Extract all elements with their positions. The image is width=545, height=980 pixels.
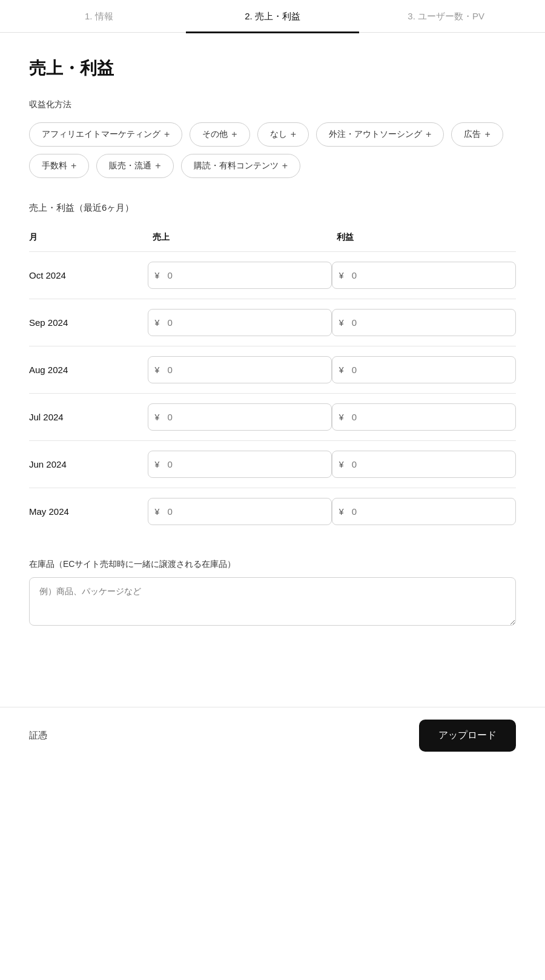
plus-icon: +	[282, 161, 288, 171]
col-header-month: 月	[29, 226, 148, 252]
tag-outsource[interactable]: 外注・アウトソーシング +	[316, 122, 444, 147]
table-row: May 2024 ¥ ¥	[29, 488, 516, 535]
sales-input-wrapper: ¥	[148, 309, 332, 336]
sales-input-jul[interactable]	[148, 403, 332, 431]
sales-input-may[interactable]	[148, 498, 332, 525]
table-row: Jun 2024 ¥ ¥	[29, 441, 516, 488]
profit-input-oct[interactable]	[332, 262, 516, 289]
profit-input-may[interactable]	[332, 498, 516, 525]
tab-sales[interactable]: 2. 売上・利益	[186, 0, 360, 32]
profit-input-wrapper: ¥	[332, 451, 516, 478]
plus-icon: +	[426, 129, 431, 140]
plus-icon: +	[231, 129, 237, 140]
plus-icon: +	[484, 129, 490, 140]
sales-input-wrapper: ¥	[148, 451, 332, 478]
month-cell: Aug 2024	[29, 346, 148, 394]
profit-input-sep[interactable]	[332, 309, 516, 336]
profit-input-wrapper: ¥	[332, 356, 516, 383]
tab-info[interactable]: 1. 情報	[12, 0, 186, 32]
profit-input-aug[interactable]	[332, 356, 516, 383]
plus-icon: +	[164, 129, 170, 140]
table-row: Jul 2024 ¥ ¥	[29, 394, 516, 441]
sales-input-jun[interactable]	[148, 451, 332, 478]
month-cell: Jun 2024	[29, 441, 148, 488]
footer-bar: 証憑 アップロード	[0, 707, 545, 764]
profit-input-wrapper: ¥	[332, 498, 516, 525]
profit-input-wrapper: ¥	[332, 262, 516, 289]
tag-subscription[interactable]: 購読・有料コンテンツ +	[181, 154, 300, 178]
month-cell: May 2024	[29, 488, 148, 535]
table-row: Aug 2024 ¥ ¥	[29, 346, 516, 394]
tab-users[interactable]: 3. ユーザー数・PV	[359, 0, 533, 32]
profit-input-wrapper: ¥	[332, 403, 516, 431]
revenue-section-title: 売上・利益（最近6ヶ月）	[29, 202, 516, 214]
tag-other[interactable]: その他 +	[190, 122, 249, 147]
table-row: Oct 2024 ¥ ¥	[29, 252, 516, 299]
table-row: Sep 2024 ¥ ¥	[29, 299, 516, 346]
inventory-textarea[interactable]	[29, 577, 516, 626]
plus-icon: +	[155, 161, 160, 171]
col-header-profit: 利益	[332, 226, 516, 252]
sales-input-sep[interactable]	[148, 309, 332, 336]
sales-input-wrapper: ¥	[148, 498, 332, 525]
profit-input-wrapper: ¥	[332, 309, 516, 336]
plus-icon: +	[71, 161, 76, 171]
inventory-label: 在庫品（ECサイト売却時に一緒に譲渡される在庫品）	[29, 559, 516, 570]
profit-input-jul[interactable]	[332, 403, 516, 431]
sales-input-wrapper: ¥	[148, 356, 332, 383]
inventory-section: 在庫品（ECサイト売却時に一緒に譲渡される在庫品）	[29, 559, 516, 628]
page-title: 売上・利益	[29, 57, 516, 80]
tags-container: アフィリエイトマーケティング + その他 + なし + 外注・アウトソーシング …	[29, 122, 516, 178]
sales-input-wrapper: ¥	[148, 403, 332, 431]
footer-label: 証憑	[29, 730, 47, 741]
sales-input-wrapper: ¥	[148, 262, 332, 289]
tag-affiliate[interactable]: アフィリエイトマーケティング +	[29, 122, 182, 147]
tag-sales[interactable]: 販売・流通 +	[96, 154, 173, 178]
revenue-section: 売上・利益（最近6ヶ月） 月 売上 利益 Oct 2024 ¥	[29, 202, 516, 535]
upload-button[interactable]: アップロード	[419, 720, 516, 752]
month-cell: Sep 2024	[29, 299, 148, 346]
month-cell: Oct 2024	[29, 252, 148, 299]
main-content: 売上・利益 収益化方法 アフィリエイトマーケティング + その他 + なし + …	[0, 33, 545, 695]
monetization-label: 収益化方法	[29, 99, 516, 110]
col-header-sales: 売上	[148, 226, 332, 252]
plus-icon: +	[291, 129, 296, 140]
month-cell: Jul 2024	[29, 394, 148, 441]
sales-input-oct[interactable]	[148, 262, 332, 289]
tag-fee[interactable]: 手数料 +	[29, 154, 89, 178]
sales-input-aug[interactable]	[148, 356, 332, 383]
tag-none[interactable]: なし +	[257, 122, 309, 147]
tab-navigation: 1. 情報 2. 売上・利益 3. ユーザー数・PV	[0, 0, 545, 33]
revenue-table: 月 売上 利益 Oct 2024 ¥	[29, 226, 516, 535]
tag-ad[interactable]: 広告 +	[451, 122, 503, 147]
profit-input-jun[interactable]	[332, 451, 516, 478]
